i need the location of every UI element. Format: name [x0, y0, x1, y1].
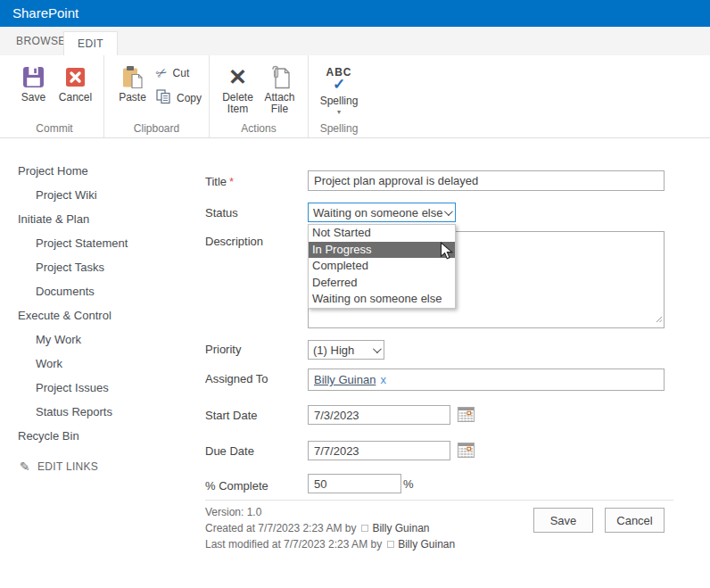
chevron-down-icon [444, 207, 453, 216]
group-label-commit: Commit [5, 122, 103, 135]
sharepoint-edit-item-page: SharePoint BROWSE EDIT Save [0, 0, 710, 588]
tab-edit[interactable]: EDIT [63, 31, 118, 55]
percent-suffix: % [403, 477, 414, 491]
sidebar-item[interactable]: My Work [0, 327, 202, 352]
copy-button[interactable]: Copy [156, 89, 202, 107]
status-select[interactable]: Waiting on someone else [308, 203, 456, 222]
percent-complete-label: % Complete [205, 479, 305, 493]
start-date-calendar-icon[interactable] [458, 407, 475, 422]
ribbon-tab-row: BROWSE EDIT [0, 27, 710, 55]
ribbon-group-spelling: ABC ✓ Spelling ▾ Spelling [309, 55, 369, 137]
assigned-person-link[interactable]: Billy Guinan [314, 373, 376, 386]
ribbon-group-commit: Save Cancel Commit [5, 55, 104, 137]
copy-pages-icon [156, 89, 171, 107]
spelling-dropdown-arrow-icon: ▾ [337, 108, 341, 116]
paste-button[interactable]: Paste [111, 55, 153, 104]
delete-x-icon: ✕ [228, 64, 247, 89]
sidebar-item[interactable]: Work [0, 352, 202, 376]
description-label: Description [205, 235, 305, 248]
status-option[interactable]: Deferred [309, 275, 455, 292]
pencil-icon: ✎ [20, 460, 30, 474]
due-date-calendar-icon[interactable] [458, 443, 475, 458]
sidebar-item[interactable]: Recycle Bin [0, 424, 202, 448]
delete-item-button[interactable]: ✕ Delete Item [217, 55, 259, 115]
start-date-label: Start Date [205, 409, 305, 422]
status-option[interactable]: Completed [309, 258, 455, 275]
save-button[interactable]: Save [12, 55, 54, 104]
created-text: Created at 7/7/2023 2:23 AM byBilly Guin… [205, 520, 455, 536]
modified-by-name[interactable]: Billy Guinan [398, 538, 455, 551]
percent-complete-input[interactable]: 50 [308, 474, 401, 493]
status-label: Status [205, 206, 305, 219]
ribbon: Save Cancel Commit [0, 55, 710, 138]
mouse-cursor-icon [440, 242, 455, 261]
cut-scissors-icon: ✂ [153, 63, 171, 83]
spelling-abc-check-icon: ABC ✓ [326, 64, 352, 93]
edit-links-button[interactable]: ✎ EDIT LINKS [0, 460, 202, 474]
status-option[interactable]: Not Started [309, 225, 455, 242]
attach-file-button[interactable]: Attach File [259, 55, 301, 115]
required-asterisk: * [229, 175, 234, 188]
priority-select[interactable]: (1) High [308, 340, 384, 360]
sidebar-item[interactable]: Initiate & Plan [0, 207, 202, 231]
status-dropdown-list: Not Started In Progress Completed Deferr… [308, 224, 456, 309]
cancel-x-icon [65, 64, 86, 89]
presence-square-icon [387, 541, 394, 548]
footer-separator [205, 500, 673, 501]
form-cancel-button[interactable]: Cancel [605, 508, 665, 533]
sidebar-item[interactable]: Execute & Control [0, 303, 202, 327]
item-metadata: Version: 1.0 Created at 7/7/2023 2:23 AM… [205, 504, 455, 552]
paste-clipboard-icon [121, 64, 144, 89]
priority-label: Priority [205, 343, 305, 356]
sidebar-item[interactable]: Project Tasks [0, 255, 202, 279]
version-text: Version: 1.0 [205, 504, 455, 520]
cut-button[interactable]: ✂ Cut [156, 65, 202, 81]
cancel-button[interactable]: Cancel [54, 55, 96, 104]
save-floppy-icon [22, 64, 45, 89]
sidebar-nav-list: Project Home Project Wiki Initiate & Pla… [0, 159, 202, 448]
sidebar-item[interactable]: Project Issues [0, 376, 202, 400]
sidebar-item[interactable]: Documents [0, 279, 202, 303]
clipboard-small-buttons: ✂ Cut Copy [153, 55, 202, 107]
ribbon-group-clipboard: Paste ✂ Cut Copy [104, 55, 210, 137]
start-date-input[interactable]: 7/3/2023 [308, 405, 450, 425]
group-label-actions: Actions [210, 122, 308, 135]
form-save-button[interactable]: Save [533, 508, 593, 533]
resize-grip-icon[interactable] [655, 311, 663, 327]
presence-square-icon [361, 525, 368, 532]
assigned-to-label: Assigned To [205, 372, 305, 385]
group-label-spelling: Spelling [309, 122, 369, 135]
group-label-clipboard: Clipboard [104, 122, 209, 135]
tab-browse[interactable]: BROWSE [16, 27, 66, 55]
status-option[interactable]: Waiting on someone else [309, 291, 455, 308]
assigned-to-picker[interactable]: Billy Guinan x [308, 369, 665, 391]
due-date-label: Due Date [205, 444, 305, 458]
title-label: Title* [205, 175, 305, 188]
status-option[interactable]: In Progress [309, 242, 455, 259]
attach-file-icon [269, 64, 291, 89]
sidebar-item[interactable]: Status Reports [0, 400, 202, 424]
sidebar-item[interactable]: Project Statement [0, 231, 202, 255]
sidebar-item[interactable]: Project Wiki [0, 183, 202, 207]
sidebar-item[interactable]: Project Home [0, 159, 202, 183]
remove-person-button[interactable]: x [380, 373, 386, 386]
spelling-button[interactable]: ABC ✓ Spelling ▾ [316, 55, 362, 116]
quick-launch-sidebar: Project Home Project Wiki Initiate & Pla… [0, 145, 202, 474]
created-by-name[interactable]: Billy Guinan [372, 522, 429, 534]
modified-text: Last modified at 7/7/2023 2:23 AM byBill… [205, 536, 455, 552]
chevron-down-icon [373, 344, 382, 353]
suite-bar: SharePoint [0, 0, 710, 27]
app-title: SharePoint [12, 0, 78, 27]
title-input[interactable]: Project plan approval is delayed [308, 170, 665, 191]
ribbon-group-actions: ✕ Delete Item Attach File Actions [210, 55, 309, 137]
due-date-input[interactable]: 7/7/2023 [308, 441, 450, 460]
